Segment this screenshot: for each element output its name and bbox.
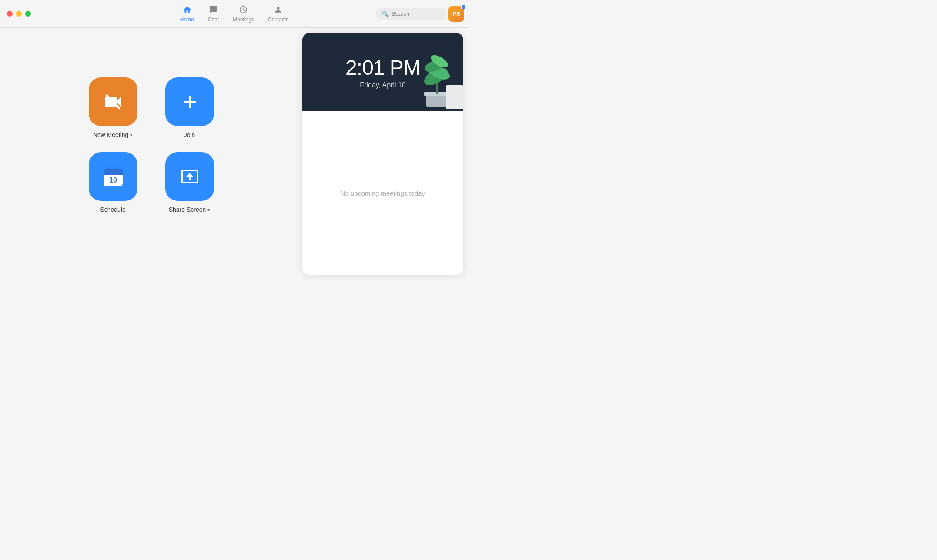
tab-chat-label: Chat: [208, 17, 219, 23]
left-panel: New Meeting ▾ Join: [0, 28, 302, 280]
person-icon: [274, 5, 283, 15]
share-screen-label: Share Screen ▾: [169, 206, 211, 213]
svg-text:19: 19: [109, 177, 117, 184]
new-meeting-button[interactable]: [89, 77, 137, 126]
schedule-item[interactable]: 19 Schedule: [89, 152, 137, 213]
new-meeting-text: New Meeting: [93, 131, 129, 138]
tab-home-label: Home: [180, 17, 194, 23]
maximize-button[interactable]: [25, 11, 31, 17]
share-screen-button[interactable]: [165, 152, 214, 201]
new-meeting-label: New Meeting ▾: [93, 131, 133, 138]
nav-tabs: Home Chat Meetings Contacts: [180, 0, 288, 28]
svg-rect-6: [108, 167, 110, 170]
tab-contacts-label: Contacts: [268, 17, 288, 23]
join-button[interactable]: [165, 77, 214, 126]
clock-icon: [239, 5, 248, 15]
tab-meetings[interactable]: Meetings: [233, 5, 254, 23]
search-input[interactable]: [392, 10, 441, 17]
tab-home[interactable]: Home: [180, 5, 194, 23]
tab-meetings-label: Meetings: [233, 17, 254, 23]
search-box[interactable]: 🔍: [376, 8, 446, 20]
avatar-initials: PS: [452, 10, 460, 17]
minimize-button[interactable]: [16, 11, 22, 17]
meetings-area: No upcoming meetings today: [302, 111, 463, 275]
share-screen-chevron: ▾: [207, 207, 210, 213]
current-date: Friday, April 10: [360, 81, 406, 89]
share-screen-item[interactable]: Share Screen ▾: [165, 152, 214, 213]
tab-chat[interactable]: Chat: [208, 5, 219, 23]
join-label: Join: [184, 131, 195, 138]
search-container: 🔍: [376, 8, 446, 20]
search-icon: 🔍: [381, 10, 389, 17]
no-meetings-text: No upcoming meetings today: [341, 190, 425, 197]
close-button[interactable]: [7, 11, 13, 17]
avatar[interactable]: PS: [448, 6, 464, 22]
title-bar: Home Chat Meetings Contacts 🔍: [0, 0, 468, 28]
tab-contacts[interactable]: Contacts: [268, 5, 288, 23]
action-grid: New Meeting ▾ Join: [89, 77, 214, 213]
join-item[interactable]: Join: [165, 77, 214, 138]
svg-rect-3: [104, 172, 123, 175]
svg-rect-7: [117, 167, 118, 170]
avatar-badge: [461, 5, 465, 9]
avatar-wrapper[interactable]: PS: [448, 6, 464, 22]
calendar-card: 2:01 PM Friday, April 10: [302, 33, 463, 111]
schedule-label: Schedule: [100, 206, 125, 213]
svg-rect-16: [446, 85, 463, 109]
current-time: 2:01 PM: [345, 56, 420, 80]
join-text: Join: [184, 131, 195, 138]
share-screen-text: Share Screen: [169, 206, 206, 213]
new-meeting-chevron: ▾: [130, 132, 133, 138]
schedule-text: Schedule: [100, 206, 125, 213]
new-meeting-item[interactable]: New Meeting ▾: [89, 77, 137, 138]
chat-icon: [209, 5, 218, 15]
right-panel: 2:01 PM Friday, April 10: [302, 33, 463, 275]
main-content: New Meeting ▾ Join: [0, 28, 468, 280]
traffic-lights: [0, 11, 31, 17]
schedule-button[interactable]: 19: [89, 152, 137, 201]
home-icon: [183, 5, 191, 15]
